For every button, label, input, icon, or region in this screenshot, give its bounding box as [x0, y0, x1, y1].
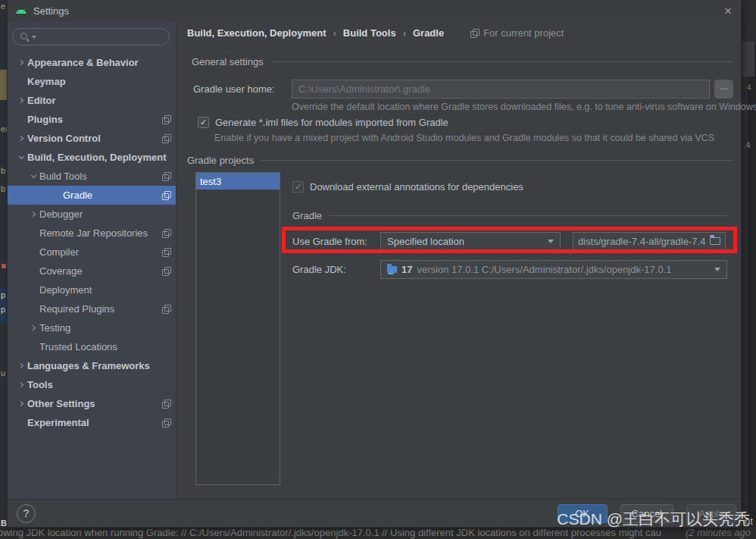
breadcrumb-item: Gradle — [413, 27, 444, 39]
project-list-item[interactable]: test3 — [196, 173, 280, 190]
breadcrumb-item[interactable]: Build Tools — [343, 27, 396, 39]
generate-iml-row: ✓ Generate *.iml files for modules impor… — [198, 117, 448, 128]
copy-settings-icon — [162, 400, 171, 409]
chevron-down-icon[interactable] — [15, 156, 27, 158]
browse-button[interactable]: ... — [714, 80, 733, 99]
copy-settings-icon — [162, 134, 171, 143]
copy-settings-icon — [162, 418, 171, 428]
sidebar-item-debugger[interactable]: Debugger — [8, 205, 176, 224]
download-annotations-row: ✓ Download external annotations for depe… — [292, 181, 523, 193]
bg-text-fragment: e — [1, 2, 5, 11]
sidebar-item-version-control[interactable]: Version Control — [8, 129, 176, 148]
gradle-user-home-input[interactable]: C:\Users\Administrator\.gradle — [292, 80, 710, 99]
search-options-caret-icon — [32, 36, 36, 39]
settings-dialog: Settings × Appearance & Behavior Keymap … — [8, 0, 741, 527]
bg-text-fragment: 4 — [747, 83, 751, 92]
bg-text-fragment: .4 — [744, 141, 750, 149]
sidebar-item-label: Tools — [27, 379, 53, 390]
sidebar-item-deployment[interactable]: Deployment — [8, 280, 176, 299]
generate-iml-checkbox[interactable]: ✓ — [198, 117, 209, 128]
sidebar-item-label: Build, Execution, Deployment — [27, 152, 166, 163]
sidebar-item-gradle[interactable]: Gradle — [8, 186, 176, 205]
sidebar-item-compiler[interactable]: Compiler — [8, 243, 176, 262]
section-title: Gradle projects — [187, 155, 254, 166]
settings-content: Build, Execution, Deployment › Build Too… — [177, 21, 741, 499]
chevron-right-icon[interactable] — [27, 212, 39, 216]
bg-text-fragment: p — [1, 290, 5, 299]
chevron-right-icon[interactable] — [15, 364, 27, 368]
sidebar-item-remote-jar-repositories[interactable]: Remote Jar Repositories — [8, 224, 176, 243]
sidebar-item-keymap[interactable]: Keymap — [8, 72, 176, 91]
background-window-right-strip: 4 .4 nt — [741, 0, 756, 539]
breadcrumb-item[interactable]: Build, Execution, Deployment — [187, 27, 326, 39]
sidebar-item-required-plugins[interactable]: Required Plugins — [8, 299, 176, 318]
sidebar-item-build-tools[interactable]: Build Tools — [8, 167, 176, 186]
chevron-right-icon[interactable] — [15, 402, 27, 406]
sidebar-item-label: Keymap — [27, 76, 66, 87]
sidebar-item-label: Version Control — [27, 133, 101, 144]
sidebar-item-build-execution-deployment[interactable]: Build, Execution, Deployment — [8, 148, 176, 167]
sidebar-item-label: Compiler — [39, 246, 79, 258]
copy-settings-icon — [162, 191, 171, 200]
chevron-right-icon[interactable] — [15, 61, 27, 64]
annotation-red-box — [282, 227, 737, 253]
watermark: CSDN @王白不可以头秃秃 — [557, 509, 750, 530]
settings-search[interactable] — [12, 28, 170, 45]
screen: e ea b b p p u B 4 .4 nt owing JDK locat… — [0, 0, 756, 539]
chevron-right-icon[interactable] — [27, 326, 39, 330]
sidebar-item-trusted-locations[interactable]: Trusted Locations — [8, 337, 176, 356]
sidebar-item-label: Gradle — [63, 190, 92, 201]
sidebar-item-label: Build Tools — [39, 171, 87, 182]
gradle-jdk-label: Gradle JDK: — [292, 264, 380, 275]
breadcrumb-separator-icon: › — [333, 27, 336, 39]
generate-iml-label[interactable]: Generate *.iml files for modules importe… — [215, 117, 448, 128]
gradle-jdk-dropdown[interactable]: 17 version 17.0.1 C:/Users/Administrator… — [380, 260, 727, 279]
background-block — [0, 70, 8, 100]
sidebar-item-appearance-behavior[interactable]: Appearance & Behavior — [8, 53, 176, 72]
sidebar-item-coverage[interactable]: Coverage — [8, 262, 176, 280]
copy-settings-icon — [162, 229, 171, 238]
sidebar-item-label: Coverage — [39, 265, 82, 277]
breadcrumb: Build, Execution, Deployment › Build Too… — [187, 27, 564, 39]
sidebar-item-label: Experimental — [27, 417, 89, 428]
check-icon: ✓ — [295, 183, 301, 191]
sidebar-item-label: Required Plugins — [39, 303, 114, 315]
dialog-title: Settings — [33, 5, 69, 17]
sidebar-item-label: Plugins — [27, 114, 63, 125]
section-gradle-projects: Gradle projects — [187, 155, 733, 166]
chevron-right-icon[interactable] — [15, 383, 27, 387]
generate-iml-hint: Enable if you have a mixed project with … — [214, 133, 714, 143]
project-settings-panel: ✓ Download external annotations for depe… — [292, 172, 733, 499]
sidebar-item-experimental[interactable]: Experimental — [8, 413, 176, 432]
sidebar-item-plugins[interactable]: Plugins — [8, 110, 176, 129]
gradle-user-home-label: Gradle user home: — [193, 83, 292, 95]
help-icon: ? — [23, 507, 30, 519]
copy-settings-icon — [470, 29, 480, 38]
sidebar-item-editor[interactable]: Editor — [8, 91, 176, 110]
help-button[interactable]: ? — [17, 504, 36, 523]
copy-settings-icon — [162, 267, 171, 276]
close-icon[interactable]: × — [724, 5, 732, 17]
section-title: Gradle — [292, 210, 322, 221]
gradle-projects-list[interactable]: test3 — [195, 172, 280, 485]
bg-text-fragment: b — [1, 166, 5, 175]
chevron-down-icon[interactable] — [27, 175, 39, 177]
section-general-settings: General settings — [192, 56, 733, 67]
bg-text-fragment: p — [1, 305, 5, 314]
sidebar-item-label: Remote Jar Repositories — [39, 227, 148, 239]
sidebar-item-other-settings[interactable]: Other Settings — [8, 394, 176, 413]
sidebar-item-tools[interactable]: Tools — [8, 375, 176, 394]
download-annotations-label[interactable]: Download external annotations for depend… — [310, 181, 523, 193]
search-input[interactable] — [39, 32, 162, 42]
sidebar-item-languages-frameworks[interactable]: Languages & Frameworks — [8, 356, 176, 375]
sidebar-item-label: Languages & Frameworks — [27, 360, 150, 371]
copy-settings-icon — [162, 248, 171, 257]
chevron-right-icon[interactable] — [15, 136, 27, 140]
sidebar-item-label: Deployment — [39, 284, 92, 296]
settings-sidebar: Appearance & Behavior Keymap Editor Plug… — [8, 21, 177, 499]
sidebar-item-label: Editor — [27, 95, 56, 106]
download-annotations-checkbox[interactable]: ✓ — [292, 181, 304, 193]
sidebar-item-testing[interactable]: Testing — [8, 318, 176, 337]
chevron-right-icon[interactable] — [15, 99, 27, 102]
gradle-user-home-row: Gradle user home: C:\Users\Administrator… — [193, 79, 733, 99]
